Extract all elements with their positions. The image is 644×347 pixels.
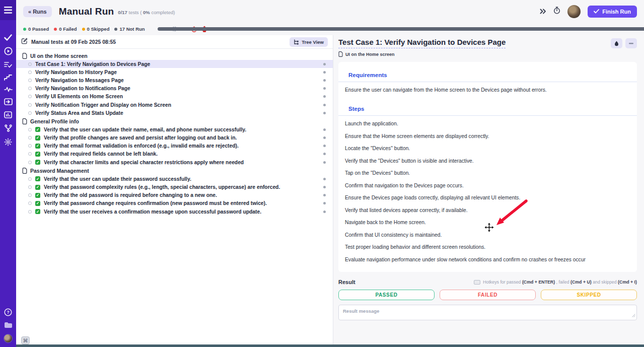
test-case-row[interactable]: Verify Navigation to Notifications Page [16, 85, 333, 93]
text-segment: Hotkeys for passed [483, 280, 522, 285]
finish-run-button[interactable]: Finish Run [588, 6, 637, 18]
status-circle-icon[interactable] [28, 62, 32, 66]
test-case-row[interactable]: Verify UI Elements on Home Screen [16, 93, 333, 101]
status-circle-icon[interactable] [28, 161, 32, 164]
test-case-row[interactable]: ✓Verify that required fields cannot be l… [16, 150, 333, 158]
status-circle-icon[interactable] [28, 185, 32, 189]
checklist-icon[interactable] [4, 61, 12, 68]
suite-group-header[interactable]: UI on the Home screen [16, 51, 333, 60]
failed-button[interactable]: FAILED [440, 290, 536, 300]
hotkeys-hint: Hotkeys for passed (Cmd + ENTER) , faile… [474, 280, 637, 285]
test-case-row[interactable]: Verify Navigation to History Page [16, 68, 333, 76]
status-circle-icon[interactable] [28, 152, 32, 156]
test-case-row[interactable]: ✓Verify that character limits and specia… [16, 158, 333, 166]
suite-name: UI on the Home screen [345, 52, 395, 57]
steps-section-heading: Steps [338, 104, 637, 116]
droplet-button[interactable] [611, 38, 622, 48]
status-circle-icon[interactable] [28, 79, 32, 82]
gear-icon[interactable] [4, 138, 12, 146]
row-status-dot [323, 211, 326, 213]
timer-icon[interactable] [553, 7, 560, 16]
passed-check-icon: ✓ [35, 201, 40, 206]
status-circle-icon[interactable] [28, 193, 32, 197]
status-dot-icon [114, 28, 117, 31]
skipped-button[interactable]: SKIPPED [541, 290, 637, 300]
suite-group-label: General Profile info [30, 118, 79, 124]
test-case-row[interactable]: ✓Verify that profile changes are saved a… [16, 134, 333, 142]
status-count-label: 0 Skipped [87, 26, 110, 32]
row-status-dot [323, 186, 326, 188]
row-status-dot [323, 104, 326, 106]
document-icon [22, 53, 27, 59]
back-to-runs-button[interactable]: « Runs [23, 6, 52, 17]
passed-check-icon: ✓ [35, 135, 40, 141]
test-case-row[interactable]: ✓Verify that password complexity rules (… [16, 183, 333, 191]
step-text: Locate the "Devices" button. [338, 146, 637, 151]
fast-forward-icon[interactable] [540, 7, 546, 16]
test-case-row[interactable]: ✓Verify that the user can update their p… [16, 175, 333, 183]
report-icon[interactable] [4, 111, 12, 118]
status-count: 17 Not Run [114, 26, 145, 32]
result-message-input[interactable] [338, 305, 637, 320]
passed-check-icon: ✓ [35, 185, 40, 190]
test-case-title: Test Case 1: Verify Navigation to Device… [338, 38, 506, 48]
text-segment: 0% [143, 10, 150, 15]
test-case-row[interactable]: ✓Verify that email format validation is … [16, 142, 333, 150]
status-circle-icon[interactable] [28, 111, 32, 115]
test-case-label: Verify that required fields cannot be le… [44, 151, 158, 157]
profile-avatar[interactable] [4, 334, 13, 343]
row-status-dot [323, 136, 326, 139]
tree-view-button[interactable]: Tree View [290, 37, 328, 47]
row-status-dot [323, 153, 326, 155]
test-case-row[interactable]: Verify Notification Trigger and Display … [16, 101, 333, 109]
check-icon[interactable] [4, 34, 12, 41]
text-segment: , failed [555, 280, 570, 285]
status-circle-icon[interactable] [28, 201, 32, 205]
stats-bar: 0 Passed0 Failed0 Skipped17 Not Run [16, 23, 644, 35]
test-case-row[interactable]: Verify Navigation to Messages Page [16, 76, 333, 84]
suite-group-header[interactable]: Password Management [16, 166, 333, 175]
step-text: Evaluate navigation performance under sl… [338, 257, 637, 262]
row-status-dot [323, 178, 326, 180]
test-case-row[interactable]: Test Case 1: Verify Navigation to Device… [16, 60, 333, 68]
status-circle-icon[interactable] [28, 71, 32, 74]
edit-icon[interactable] [21, 37, 28, 46]
status-circle-icon[interactable] [28, 87, 32, 90]
more-options-button[interactable] [625, 38, 637, 48]
user-avatar[interactable] [567, 5, 581, 18]
play-circle-icon[interactable] [4, 47, 13, 55]
test-case-row[interactable]: ✓Verify that the old password is require… [16, 191, 333, 199]
sign-in-icon[interactable] [4, 98, 13, 105]
test-case-row[interactable]: ✓Verify that the user can update their n… [16, 125, 333, 133]
resize-grip-icon[interactable] [632, 310, 635, 319]
status-circle-icon[interactable] [28, 103, 32, 107]
status-circle-icon[interactable] [28, 95, 32, 98]
steps-icon[interactable] [4, 74, 12, 81]
status-circle-icon[interactable] [28, 210, 32, 214]
page-title: Manual Run [59, 6, 114, 17]
test-case-row[interactable]: Verify Status Area and Stats Update [16, 109, 333, 117]
status-dot-icon [54, 28, 57, 31]
test-case-row[interactable]: ✓Verify that the user receives a confirm… [16, 207, 333, 216]
step-text: Tap on the "Devices" button. [338, 170, 637, 176]
text-segment: tests ( [127, 10, 143, 15]
test-list-panel: Manual tests at 09 Feb 2025 08:55 Tree V… [16, 35, 333, 344]
status-circle-icon[interactable] [28, 177, 32, 181]
row-status-dot [323, 63, 326, 65]
step-text: Verify that listed devices appear correc… [338, 207, 637, 213]
suite-group-header[interactable]: General Profile info [16, 117, 333, 125]
menu-icon[interactable] [0, 0, 16, 20]
activity-icon[interactable] [4, 87, 13, 92]
test-case-label: Verify Navigation to Notifications Page [35, 86, 130, 91]
status-circle-icon[interactable] [28, 128, 32, 131]
command-key-badge[interactable]: ⌘ [21, 336, 30, 344]
test-case-row[interactable]: ✓Verify that password change requires co… [16, 199, 333, 207]
text-segment: 0/17 [118, 10, 127, 15]
passed-button[interactable]: PASSED [338, 290, 435, 300]
tree-view-label: Tree View [302, 39, 324, 45]
branch-icon[interactable] [5, 124, 12, 132]
folder-icon[interactable] [4, 322, 13, 328]
status-circle-icon[interactable] [28, 136, 32, 140]
help-icon[interactable]: ? [4, 308, 12, 316]
status-circle-icon[interactable] [28, 144, 32, 148]
